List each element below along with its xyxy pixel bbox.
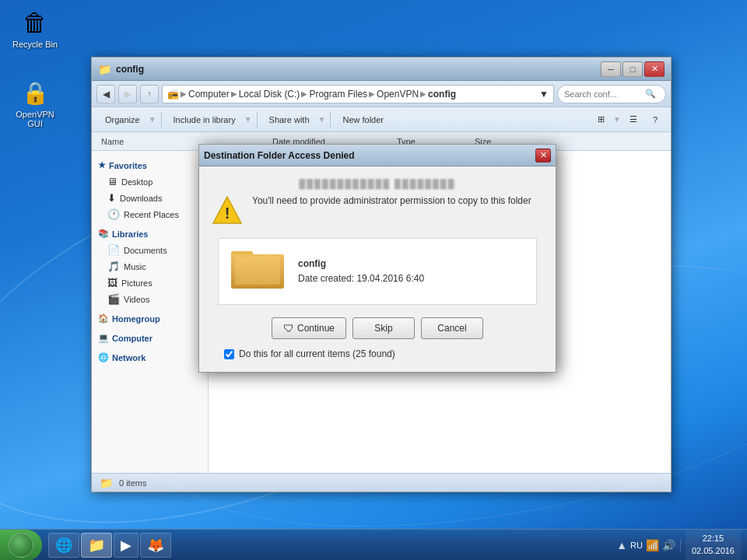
start-button[interactable] (0, 530, 42, 561)
close-button[interactable]: ✕ (644, 61, 665, 77)
view-options-button[interactable]: ⊞ (591, 110, 612, 129)
tray-lang-icon[interactable]: RU (630, 541, 643, 550)
do-this-for-all-label[interactable]: Do this for all current items (25 found) (239, 348, 395, 359)
network-header[interactable]: 🌐 Network (92, 349, 208, 366)
sidebar: ★ Favorites 🖥 Desktop ⬇ Downloads 🕐 (92, 151, 209, 473)
status-items-count: 0 items (119, 478, 146, 488)
firefox-icon: 🦊 (147, 537, 164, 554)
sidebar-item-documents[interactable]: 📄 Documents (92, 242, 208, 258)
sidebar-item-music[interactable]: 🎵 Music (92, 258, 208, 275)
dialog-header-row: ! You'll need to provide administrator p… (212, 194, 543, 226)
include-in-library-button[interactable]: Include in library (167, 110, 243, 129)
dialog-message: You'll need to provide administrator per… (252, 194, 531, 208)
search-box[interactable]: 🔍 (557, 85, 666, 103)
tray-network-icon[interactable]: 📶 (646, 539, 659, 551)
clock-time: 22:15 (703, 533, 724, 544)
dropdown-arrow[interactable]: ▼ (539, 89, 549, 100)
ie-icon: 🌐 (55, 537, 72, 554)
network-icon: 🌐 (98, 352, 109, 362)
folder-name: config (298, 257, 424, 271)
openvpn-label: OpenVPN GUI (7, 110, 63, 128)
toolbar-sep-1: ▼ (149, 115, 156, 124)
favorites-header[interactable]: ★ Favorites (92, 157, 208, 173)
address-bar: ◀ ▶ ↑ 📻 ▶ Computer ▶ Local Disk (C:) ▶ P… (92, 81, 671, 107)
desktop-icon-small: 🖥 (107, 176, 117, 187)
help-button[interactable]: ? (646, 110, 665, 129)
desktop: 🗑 Recycle Bin 🔒 OpenVPN GUI 📁 config ─ □… (0, 0, 747, 560)
share-dropdown-arrow: ▼ (318, 115, 326, 124)
libraries-icon: 📚 (98, 229, 109, 239)
clock-area[interactable]: 22:15 02.05.2016 (686, 530, 741, 560)
breadcrumb-localdisk[interactable]: Local Disk (C:) (239, 89, 300, 100)
continue-button[interactable]: 🛡 Continue (272, 317, 346, 339)
sidebar-item-pictures[interactable]: 🖼 Pictures (92, 275, 208, 291)
new-folder-button[interactable]: New folder (335, 110, 391, 129)
sidebar-item-recent-places[interactable]: 🕐 Recent Places (92, 206, 208, 222)
sidebar-item-desktop[interactable]: 🖥 Desktop (92, 173, 208, 190)
organize-button[interactable]: Organize (98, 110, 147, 129)
pictures-icon: 🖼 (107, 277, 117, 289)
include-dropdown-arrow: ▼ (244, 115, 252, 124)
search-icon[interactable]: 🔍 (645, 89, 656, 99)
recent-places-icon: 🕐 (107, 208, 120, 220)
dialog-folder-area: config Date created: 19.04.2016 6:40 (218, 238, 537, 305)
dialog-body: ████████████ ████████ ! You'll need to p… (199, 166, 556, 372)
tray-expand-icon[interactable]: ▲ (616, 539, 627, 551)
taskbar-firefox[interactable]: 🦊 (140, 533, 171, 558)
favorites-section: ★ Favorites 🖥 Desktop ⬇ Downloads 🕐 (92, 157, 208, 222)
tray-icons: ▲ RU 📶 🔊 (612, 539, 681, 551)
share-with-button[interactable]: Share with (262, 110, 317, 129)
cancel-button[interactable]: Cancel (421, 317, 483, 339)
sidebar-item-downloads[interactable]: ⬇ Downloads (92, 190, 208, 206)
status-folder-icon: 📁 (100, 477, 113, 489)
pane-button[interactable]: ☰ (622, 110, 644, 129)
tray-volume-icon[interactable]: 🔊 (662, 539, 675, 551)
view-dropdown-arrow: ▼ (613, 115, 621, 124)
taskbar-items: 🌐 📁 ▶ 🦊 (45, 530, 605, 560)
address-breadcrumb[interactable]: 📻 ▶ Computer ▶ Local Disk (C:) ▶ Program… (162, 85, 554, 103)
homegroup-section: 🏠 Homegroup (92, 310, 208, 327)
dialog-close-button[interactable]: ✕ (535, 149, 551, 163)
search-input[interactable] (564, 89, 642, 99)
back-button[interactable]: ◀ (96, 85, 115, 103)
libraries-header[interactable]: 📚 Libraries (92, 226, 208, 242)
recycle-bin-icon[interactable]: 🗑 Recycle Bin (4, 4, 66, 52)
minimize-button[interactable]: ─ (601, 61, 621, 77)
windows-orb (9, 533, 33, 558)
recycle-bin-image: 🗑 (19, 7, 51, 38)
favorites-star-icon: ★ (98, 160, 106, 170)
taskbar-media[interactable]: ▶ (114, 533, 139, 558)
do-this-for-all-checkbox[interactable] (224, 349, 234, 359)
taskbar: 🌐 📁 ▶ 🦊 ▲ RU 📶 🔊 22:15 02.05.2016 (0, 529, 747, 560)
breadcrumb-config[interactable]: config (428, 89, 456, 100)
dialog-checkbox-row: Do this for all current items (25 found) (212, 348, 543, 359)
forward-button[interactable]: ▶ (118, 85, 137, 103)
openvpn-image: 🔒 (19, 77, 51, 108)
taskbar-explorer[interactable]: 📁 (81, 533, 112, 558)
title-bar-left: 📁 config (98, 63, 144, 75)
folder-big-icon (231, 245, 286, 298)
taskbar-ie[interactable]: 🌐 (48, 533, 79, 558)
explorer-title: config (116, 64, 144, 75)
videos-icon: 🎬 (107, 293, 120, 305)
openvpn-icon[interactable]: 🔒 OpenVPN GUI (4, 74, 66, 131)
folder-title-icon: 📁 (98, 63, 111, 75)
continue-icon: 🛡 (283, 322, 294, 334)
up-button[interactable]: ↑ (140, 85, 159, 103)
explorer-title-bar: 📁 config ─ □ ✕ (92, 58, 671, 81)
maximize-button[interactable]: □ (622, 61, 643, 77)
skip-button[interactable]: Skip (352, 317, 415, 339)
sidebar-item-videos[interactable]: 🎬 Videos (92, 291, 208, 307)
recycle-bin-label: Recycle Bin (12, 40, 58, 49)
dialog-title: Destination Folder Access Denied (204, 150, 355, 161)
status-bar: 📁 0 items (92, 473, 671, 492)
music-icon: 🎵 (107, 261, 120, 272)
homegroup-header[interactable]: 🏠 Homegroup (92, 310, 208, 327)
computer-header[interactable]: 💻 Computer (92, 330, 208, 346)
breadcrumb-openvpn[interactable]: OpenVPN (377, 89, 419, 100)
breadcrumb-programfiles[interactable]: Program Files (309, 89, 367, 100)
toolbar: Organize ▼ Include in library ▼ Share wi… (92, 107, 671, 132)
libraries-section: 📚 Libraries 📄 Documents 🎵 Music 🖼 (92, 226, 208, 307)
breadcrumb-computer[interactable]: 📻 (167, 89, 179, 100)
breadcrumb-computer-text[interactable]: Computer (188, 89, 230, 100)
